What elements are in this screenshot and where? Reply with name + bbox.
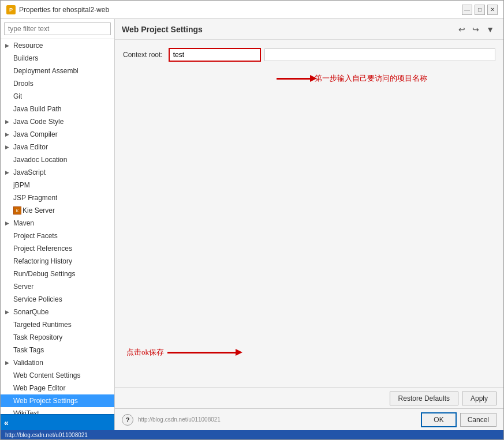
nav-item-label: SonarQube (13, 308, 48, 316)
nav-item-run-debug-settings[interactable]: Run/Debug Settings (1, 268, 114, 280)
ok-button[interactable]: OK (421, 412, 456, 427)
watermark-bar: http://blog.csdn.net/u011008021 (1, 430, 503, 439)
nav-item-label: Resource (13, 42, 43, 50)
forward-button[interactable]: ↪ (470, 24, 481, 35)
nav-item-java-editor[interactable]: ▶Java Editor (1, 141, 114, 153)
maximize-button[interactable]: □ (475, 5, 485, 15)
dialog-footer: Restore Defaults Apply (115, 388, 503, 408)
title-bar: P Properties for ehospital2-web — □ ✕ (1, 1, 503, 19)
nav-item-label: WikiText (13, 409, 39, 414)
window-controls: — □ ✕ (462, 5, 498, 15)
apply-button[interactable]: Apply (462, 392, 496, 405)
restore-defaults-button[interactable]: Restore Defaults (390, 392, 458, 405)
nav-item-java-build-path[interactable]: Java Build Path (1, 103, 114, 115)
nav-item-label: Project Facets (13, 232, 58, 240)
expand-arrow-icon: ▶ (5, 144, 13, 150)
watermark: http://blog.csdn.net/u011008021 (138, 416, 221, 423)
nav-item-label: Javadoc Location (13, 156, 67, 164)
nav-item-wikitext[interactable]: WikiText (1, 407, 114, 414)
context-root-extra-input[interactable] (264, 48, 495, 61)
left-bottom-bar: « (1, 414, 114, 430)
nav-item-sonarqube[interactable]: ▶SonarQube (1, 306, 114, 318)
nav-item-service-policies[interactable]: Service Policies (1, 293, 114, 306)
left-panel: ▶ResourceBuildersDeployment AssemblDrool… (1, 19, 115, 430)
cancel-button[interactable]: Cancel (460, 413, 496, 427)
nav-item-jbpm[interactable]: jBPM (1, 179, 114, 191)
dialog-title: Properties for ehospital2-web (19, 6, 109, 14)
nav-item-label: Web Page Editor (13, 384, 66, 392)
nav-item-git[interactable]: Git (1, 90, 114, 103)
watermark-url: http://blog.csdn.net/u011008021 (5, 432, 88, 438)
nav-item-label: Java Compiler (13, 130, 58, 138)
nav-item-task-tags[interactable]: Task Tags (1, 344, 114, 356)
nav-item-label: Maven (13, 219, 34, 227)
nav-item-label: Targeted Runtimes (13, 321, 72, 329)
properties-dialog: P Properties for ehospital2-web — □ ✕ ▶R… (0, 0, 504, 440)
nav-item-project-references[interactable]: Project References (1, 242, 114, 255)
close-button[interactable]: ✕ (487, 5, 498, 15)
expand-arrow-icon: ▶ (5, 309, 13, 315)
nav-item-deployment[interactable]: Deployment Assembl (1, 65, 114, 77)
nav-item-task-repository[interactable]: Task Repository (1, 331, 114, 344)
nav-list: ▶ResourceBuildersDeployment AssemblDrool… (1, 39, 114, 414)
expand-arrow-icon: ▶ (5, 119, 13, 125)
nav-item-label: Service Policies (13, 295, 62, 303)
expand-arrow-icon: ▶ (5, 360, 13, 366)
nav-item-project-facets[interactable]: Project Facets (1, 230, 114, 242)
nav-item-targeted-runtimes[interactable]: Targeted Runtimes (1, 318, 114, 331)
context-root-row: Context root: (123, 48, 495, 62)
nav-item-server[interactable]: Server (1, 280, 114, 293)
nav-item-validation[interactable]: ▶Validation (1, 356, 114, 369)
nav-item-web-content-settings[interactable]: Web Content Settings (1, 369, 114, 382)
annotation-step2-text: 点击ok保存 (126, 347, 164, 358)
action-right: OK Cancel (421, 412, 496, 427)
minimize-button[interactable]: — (462, 5, 472, 15)
nav-item-builders[interactable]: Builders (1, 52, 114, 65)
dialog-body: ▶ResourceBuildersDeployment AssemblDrool… (1, 19, 503, 430)
nav-item-maven[interactable]: ▶Maven (1, 217, 114, 230)
nav-item-label: Run/Debug Settings (13, 270, 75, 278)
nav-item-label: Java Editor (13, 143, 48, 151)
expand-arrow-icon: ▶ (5, 43, 13, 48)
nav-item-label: Drools (13, 80, 33, 88)
nav-item-label: Java Build Path (13, 105, 61, 113)
right-content: Context root: 第一步输入自己要访问的项目名称 (115, 40, 503, 388)
nav-item-kie-server[interactable]: KKie Server (1, 204, 114, 217)
nav-item-label: Web Content Settings (13, 371, 81, 379)
action-bar: ? http://blog.csdn.net/u011008021 OK Can… (115, 408, 503, 430)
nav-item-java-compiler[interactable]: ▶Java Compiler (1, 128, 114, 141)
dialog-icon: P (6, 5, 16, 14)
nav-item-label: Web Project Settings (13, 397, 78, 405)
nav-item-javascript[interactable]: ▶JavaScript (1, 166, 114, 179)
nav-item-java-code-style[interactable]: ▶Java Code Style (1, 115, 114, 128)
nav-item-label: jBPM (13, 181, 30, 189)
right-header: Web Project Settings ↩ ↪ ▼ (115, 19, 503, 40)
nav-item-label: Validation (13, 359, 43, 367)
nav-item-javadoc-location[interactable]: Javadoc Location (1, 153, 114, 166)
nav-item-resource[interactable]: ▶Resource (1, 39, 114, 52)
footer-buttons: Restore Defaults Apply (390, 392, 496, 405)
filter-input[interactable] (4, 22, 111, 35)
filter-box (1, 19, 114, 39)
dropdown-button[interactable]: ▼ (484, 24, 496, 35)
section-title: Web Project Settings (122, 25, 203, 34)
nav-item-label: Task Repository (13, 333, 62, 341)
nav-item-web-project-settings[interactable]: Web Project Settings (1, 394, 114, 407)
nav-item-refactoring-history[interactable]: Refactoring History (1, 255, 114, 268)
nav-item-web-page-editor[interactable]: Web Page Editor (1, 382, 114, 394)
nav-item-jsp-fragment[interactable]: JSP Fragment (1, 191, 114, 204)
nav-item-label: Server (13, 283, 33, 291)
collapse-icon[interactable]: « (4, 418, 9, 427)
help-button[interactable]: ? (122, 414, 133, 426)
nav-item-label: JavaScript (13, 168, 46, 176)
context-root-label: Context root: (123, 51, 163, 59)
nav-item-label: JSP Fragment (13, 194, 57, 202)
nav-item-label: Builders (13, 54, 38, 62)
nav-item-label: Task Tags (13, 346, 44, 354)
context-root-input[interactable] (169, 48, 261, 62)
back-button[interactable]: ↩ (456, 24, 468, 35)
nav-item-drools[interactable]: Drools (1, 77, 114, 90)
annotation-step2: 点击ok保存 (126, 347, 237, 358)
expand-arrow-icon: ▶ (5, 220, 13, 226)
title-bar-left: P Properties for ehospital2-web (6, 5, 109, 14)
